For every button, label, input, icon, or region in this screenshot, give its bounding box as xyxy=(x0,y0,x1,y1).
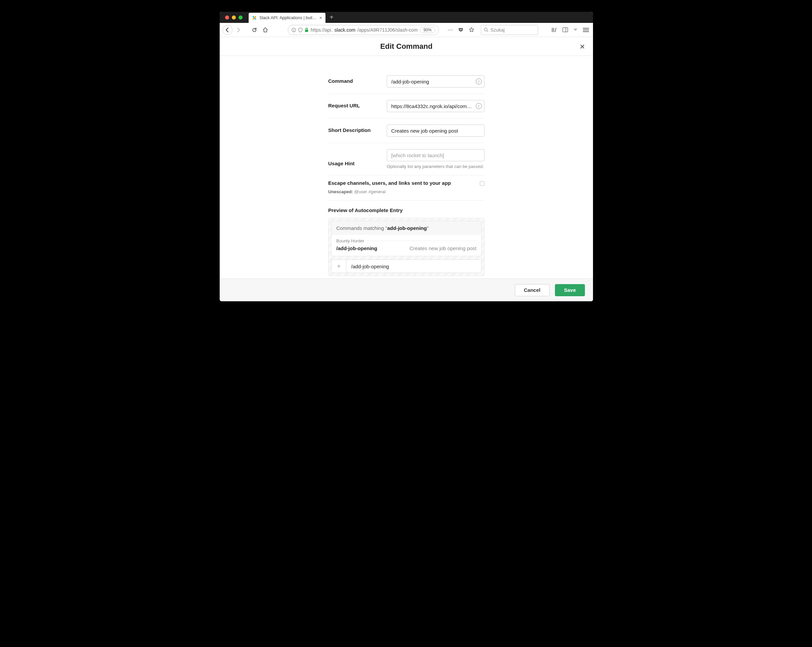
preview-compose: + /add-job-opening xyxy=(331,260,481,273)
escape-checkbox[interactable] xyxy=(480,181,484,186)
back-button[interactable] xyxy=(222,25,232,35)
preview-body: Bounty Hunter /add-job-opening Creates n… xyxy=(331,235,481,256)
svg-rect-3 xyxy=(305,30,308,32)
tab-title: Slack API: Applications | buildin xyxy=(259,15,317,20)
shield-icon[interactable] xyxy=(298,27,302,32)
forward-button[interactable] xyxy=(233,25,243,35)
cancel-button[interactable]: Cancel xyxy=(515,284,549,296)
maximize-window-button[interactable] xyxy=(238,15,243,20)
command-label: Command xyxy=(328,75,384,84)
url-path: /apps/A9R711J06/slash-com xyxy=(357,27,418,33)
short-description-label: Short Description xyxy=(328,125,384,133)
preview-header: Commands matching "add-job-opening" xyxy=(331,221,481,235)
window-controls xyxy=(225,15,243,20)
url-protocol: https://api. xyxy=(311,27,333,33)
svg-rect-6 xyxy=(552,27,553,32)
form-scroll-area[interactable]: Command i Request URL xyxy=(220,56,593,279)
info-icon[interactable]: i xyxy=(476,103,482,109)
new-tab-button[interactable]: + xyxy=(327,13,336,22)
address-bar[interactable]: https://api.slack.com/apps/A9R711J06/sla… xyxy=(288,25,439,35)
field-escape: Escape channels, users, and links sent t… xyxy=(328,175,484,201)
preview-command: /add-job-opening xyxy=(336,245,377,251)
svg-rect-8 xyxy=(555,27,557,32)
usage-hint-label: Usage Hint xyxy=(328,149,384,166)
tab-strip: Slack API: Applications | buildin × + xyxy=(220,12,593,23)
minimize-window-button[interactable] xyxy=(232,15,236,20)
command-input[interactable] xyxy=(387,75,484,88)
escape-title: Escape channels, users, and links sent t… xyxy=(328,180,480,186)
home-button[interactable] xyxy=(260,25,270,35)
short-description-input[interactable] xyxy=(387,125,484,137)
search-bar[interactable]: Szukaj xyxy=(481,25,538,35)
preview-command-line: /add-job-opening Creates new job opening… xyxy=(336,245,476,251)
lock-icon xyxy=(305,27,308,32)
modal-footer: Cancel Save xyxy=(220,279,593,301)
svg-rect-1 xyxy=(293,30,294,31)
close-icon[interactable]: × xyxy=(580,41,585,52)
search-placeholder: Szukaj xyxy=(491,27,505,33)
menu-button[interactable] xyxy=(583,28,589,32)
svg-rect-7 xyxy=(553,27,554,32)
bookmark-button[interactable] xyxy=(467,25,477,35)
compose-text: /add-job-opening xyxy=(346,260,481,273)
save-button[interactable]: Save xyxy=(555,284,585,296)
escape-subtitle: Unescaped: @user #general xyxy=(328,189,480,194)
library-icon[interactable] xyxy=(551,27,558,33)
sidebar-icon[interactable] xyxy=(562,27,568,32)
search-icon xyxy=(484,27,488,32)
usage-hint-helptext: Optionally list any parameters that can … xyxy=(387,164,484,169)
url-host: slack.com xyxy=(334,27,356,33)
zoom-level[interactable]: 90% xyxy=(420,27,435,33)
info-icon[interactable] xyxy=(292,27,296,32)
preview-description: Creates new job opening post xyxy=(410,245,476,251)
svg-line-5 xyxy=(487,30,488,32)
svg-rect-2 xyxy=(293,29,294,29)
field-request-url: Request URL i xyxy=(328,94,484,119)
request-url-input[interactable] xyxy=(387,100,484,112)
chevron-down-icon[interactable] xyxy=(573,28,578,32)
field-short-description: Short Description xyxy=(328,119,484,143)
page-content: Edit Command × Command i xyxy=(220,37,593,301)
close-tab-icon[interactable]: × xyxy=(319,15,322,20)
svg-rect-9 xyxy=(563,27,568,32)
browser-toolbar: https://api.slack.com/apps/A9R711J06/sla… xyxy=(220,23,593,37)
field-usage-hint: Usage Hint Optionally list any parameter… xyxy=(328,143,484,175)
usage-hint-input[interactable] xyxy=(387,149,484,161)
slack-icon xyxy=(252,15,257,20)
info-icon[interactable]: i xyxy=(476,78,482,84)
field-command: Command i xyxy=(328,69,484,94)
request-url-label: Request URL xyxy=(328,100,384,108)
preview-app-name: Bounty Hunter xyxy=(336,238,476,244)
preview-section-title: Preview of Autocomplete Entry xyxy=(328,207,484,213)
close-window-button[interactable] xyxy=(225,15,229,20)
attach-button[interactable]: + xyxy=(331,260,346,273)
page-actions-button[interactable]: ⋯ xyxy=(445,25,455,35)
autocomplete-preview: Commands matching "add-job-opening" Boun… xyxy=(328,218,484,276)
modal-header: Edit Command × xyxy=(220,37,593,56)
reload-button[interactable] xyxy=(249,25,259,35)
page-title: Edit Command xyxy=(380,42,432,51)
pocket-button[interactable] xyxy=(456,25,466,35)
browser-tab[interactable]: Slack API: Applications | buildin × xyxy=(249,13,325,23)
browser-window: Slack API: Applications | buildin × + xyxy=(220,12,593,301)
